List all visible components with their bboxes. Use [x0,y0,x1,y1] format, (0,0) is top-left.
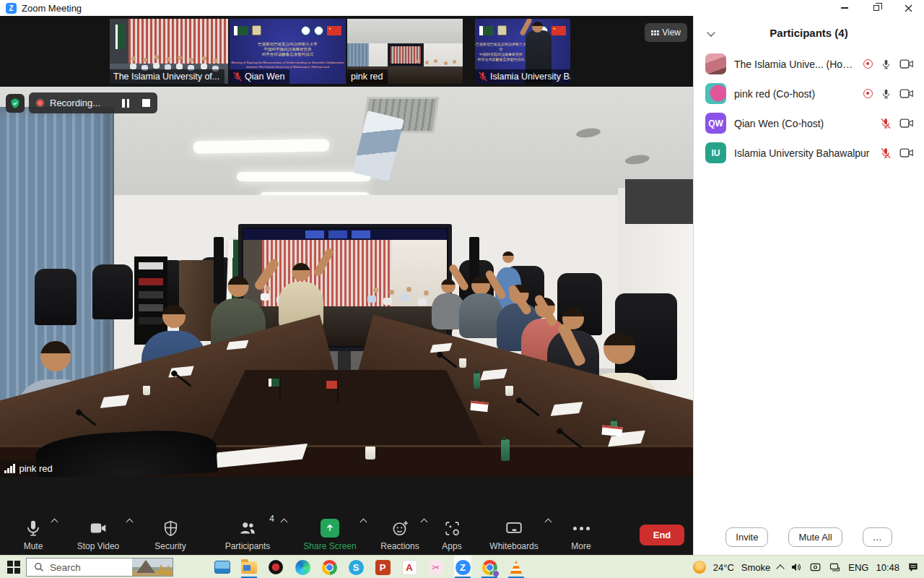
participant-row[interactable]: The Islamia Unive... (Host, me) [694,49,924,79]
reactions-button[interactable]: Reactions [370,509,430,551]
restore-button[interactable] [860,0,892,16]
chrome-glyph [322,560,337,575]
recording-label: Recording... [50,98,116,108]
mute-button[interactable]: Mute [6,509,61,551]
edge-browser-icon[interactable] [294,558,311,576]
water-bottle [474,373,480,389]
video-camera-icon [89,519,108,538]
panel-more-button[interactable]: … [863,527,892,547]
pakistan-flag [479,26,494,35]
participant-name: The Islamia Unive... (Host, me) [734,59,855,70]
microphone-icon [24,519,43,538]
chrome-profile-icon[interactable] [481,558,498,576]
thumbnail-islamia-bahawalpur[interactable]: 巴基斯坦巴哈瓦尔布尔伊斯兰大学 中国科学院武汉病毒研究所 科学合作谅解备忘录签约… [475,19,570,84]
whiteboards-button[interactable]: Whiteboards [474,509,554,551]
acrobat-icon[interactable]: A [401,558,418,576]
whiteboards-options-chevron-icon[interactable] [545,519,552,526]
file-explorer-icon[interactable] [240,558,258,576]
acrobat-glyph: A [402,560,417,575]
slide-text-line: 中国科学院武汉病毒研究所 [475,52,527,57]
person-torso [459,293,502,338]
participant-name: Qian Wen (Co-host) [734,118,872,129]
tree-graphic [164,565,173,575]
weather-icon[interactable] [693,561,706,574]
thumbnail-pink-red[interactable]: pink red [347,19,463,84]
share-screen-button[interactable]: Share Screen [290,509,370,551]
end-meeting-button[interactable]: End [640,525,684,545]
stop-video-button[interactable]: Stop Video [61,509,136,551]
video-options-chevron-icon[interactable] [126,519,134,526]
meeting-security-badge[interactable] [6,94,25,113]
collapse-panel-chevron-icon[interactable] [707,28,715,36]
screen-recorder-app-icon[interactable] [267,558,284,576]
search-input[interactable] [50,562,132,573]
participants-icon [238,519,257,538]
chair [35,269,77,325]
meeting-toolbar: Mute Stop Video Security 4 [0,477,693,555]
mute-all-button[interactable]: Mute All [788,527,842,547]
clock[interactable]: 10:48 [876,562,899,573]
skype-icon[interactable]: S [347,558,365,576]
monitor-app-icon[interactable] [214,558,231,576]
powerpoint-icon[interactable]: P [374,558,391,576]
stop-recording-button[interactable] [142,99,150,107]
participants-button[interactable]: 4 Participants [205,509,290,551]
participant-row[interactable]: pink red (Co-host) [694,79,924,108]
paper-cup [505,386,513,396]
mute-options-chevron-icon[interactable] [51,519,58,526]
more-button[interactable]: More [554,509,608,551]
volume-icon[interactable] [790,561,802,573]
mic-on-icon [881,87,892,100]
pakistan-flag [234,26,248,35]
china-flag [327,26,341,35]
pause-recording-button[interactable] [122,99,129,108]
apps-icon [443,519,461,538]
start-button[interactable] [7,561,20,574]
presenter-head [532,22,543,33]
thumbnail-qian-wen[interactable]: 巴基斯坦巴哈瓦尔布尔伊斯兰大学 中国科学院武汉病毒研究所 科学合作谅解备忘录签约… [230,19,346,84]
search-highlight-image[interactable] [132,558,173,576]
participants-panel: Participants (4) The Islamia Unive... (H… [693,16,924,555]
desk-flag-pakistan [269,379,279,387]
minimize-button[interactable] [829,0,860,16]
participant-name: pink red (Co-host) [734,88,855,100]
notification-center-icon[interactable] [907,561,920,574]
tray-weather-condition[interactable]: Smoke [741,562,770,573]
recording-dot-icon [36,99,44,107]
reactions-options-chevron-icon[interactable] [421,519,428,526]
annotation-app-icon[interactable]: ✂ [427,558,445,576]
people-heads [417,59,420,63]
screen-record-tray-icon[interactable] [809,561,821,573]
participants-panel-title: Participants (4) [770,27,847,39]
taskbar-search[interactable] [26,558,173,577]
network-icon[interactable] [829,561,841,573]
language-indicator[interactable]: ENG [848,562,868,573]
participant-status-icons [863,87,914,100]
invite-button[interactable]: Invite [725,527,768,547]
tray-overflow-chevron-icon[interactable] [777,564,785,572]
person-head [40,341,71,371]
pause-icon [122,99,125,108]
security-button[interactable]: Security [136,509,205,551]
apps-button[interactable]: Apps [430,509,474,551]
recording-indicator-icon [863,59,873,69]
view-button[interactable]: View [645,23,687,42]
paper-cup [365,447,375,460]
close-button[interactable] [892,0,924,16]
participant-row[interactable]: IU Islamia University Bahawalpur [694,138,924,168]
zoom-app-taskbar-icon[interactable]: Z [454,558,471,576]
share-options-chevron-icon[interactable] [360,519,367,526]
participant-status-icons [880,117,914,130]
tray-temperature[interactable]: 24°C [713,562,734,573]
participants-options-chevron-icon[interactable] [281,519,288,526]
vlc-icon[interactable] [507,558,525,576]
paper-cup [459,358,466,368]
name-card [601,426,622,437]
chrome-browser-icon[interactable] [321,558,338,576]
slide-text-line: between The Islamia University of Bahawa… [231,65,344,69]
thumbnail-islamia-university[interactable]: The Islamia University of... [110,19,228,84]
participant-status-icons [863,58,914,71]
participant-row[interactable]: QW Qian Wen (Co-host) [694,108,924,138]
slide-text-line: 巴基斯坦巴哈瓦尔布尔伊斯兰大学 [230,42,346,47]
window-titlebar: Z Zoom Meeting [0,0,924,16]
